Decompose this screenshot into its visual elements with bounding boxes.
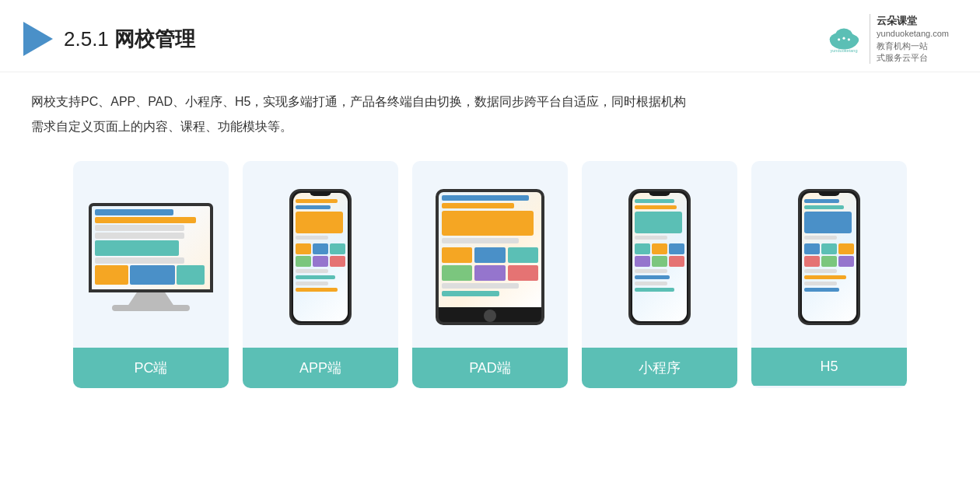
pc-screen <box>92 206 210 289</box>
tablet-home-button <box>484 310 496 322</box>
card-h5-image <box>751 161 907 348</box>
card-pc-label: PC端 <box>73 348 229 388</box>
pc-stand <box>128 292 174 306</box>
card-pad-image <box>412 161 568 348</box>
pc-screen-banner <box>95 240 179 256</box>
pc-col3 <box>177 265 205 285</box>
card-miniprogram-image <box>582 161 737 348</box>
tablet-mockup <box>436 189 544 325</box>
phone-notch-app <box>310 191 331 196</box>
svg-point-3 <box>835 29 852 44</box>
pc-monitor <box>89 203 213 292</box>
phone-notch-h5 <box>818 191 840 196</box>
card-h5-label: H5 <box>751 348 907 386</box>
phone-screen-app <box>293 193 348 321</box>
card-h5: H5 <box>751 161 907 388</box>
logo-triangle-icon <box>23 22 53 56</box>
card-app-image <box>243 161 398 348</box>
card-miniprogram-label: 小程序 <box>582 348 737 388</box>
pc-screen-bar2 <box>95 217 196 223</box>
phone-mockup-mini <box>628 189 691 325</box>
card-pad: PAD端 <box>412 161 568 388</box>
phone-mockup-app <box>289 189 352 325</box>
pc-col2 <box>130 265 175 285</box>
svg-point-5 <box>842 37 845 40</box>
brand-logo: yunduoketang 云朵课堂 yunduoketang.com 教育机构一… <box>824 14 949 64</box>
card-miniprogram: 小程序 <box>582 161 737 388</box>
pc-screen-bar3 <box>95 225 184 231</box>
pc-screen-bar5 <box>95 257 184 264</box>
card-app-label: APP端 <box>243 348 398 388</box>
cloud-logo-icon: yunduoketang <box>824 23 863 54</box>
card-pc-image <box>73 161 229 348</box>
phone-mockup-h5 <box>798 189 860 325</box>
svg-text:yunduoketang: yunduoketang <box>830 48 857 53</box>
phone-screen-mini <box>632 193 687 321</box>
page-title: 2.5.1 网校管理 <box>64 26 195 53</box>
phone-screen-h5 <box>802 193 856 321</box>
header: 2.5.1 网校管理 yunduoketang 云朵课堂 yunduoketan… <box>0 0 980 72</box>
card-app: APP端 <box>243 161 398 388</box>
brand-text: 云朵课堂 yunduoketang.com 教育机构一站 式服务云平台 <box>870 14 949 64</box>
description-block: 网校支持PC、APP、PAD、小程序、H5，实现多端打通，产品各终端自由切换，数… <box>0 72 980 139</box>
pc-screen-bar1 <box>95 209 173 215</box>
description-line1: 网校支持PC、APP、PAD、小程序、H5，实现多端打通，产品各终端自由切换，数… <box>31 89 949 114</box>
pc-mockup <box>85 203 217 311</box>
card-pad-label: PAD端 <box>412 348 568 388</box>
phone-notch-mini <box>649 191 670 196</box>
tablet-screen <box>439 192 541 307</box>
header-right: yunduoketang 云朵课堂 yunduoketang.com 教育机构一… <box>824 14 949 64</box>
description-line2: 需求自定义页面上的内容、课程、功能模块等。 <box>31 114 949 139</box>
svg-point-4 <box>838 38 840 40</box>
header-left: 2.5.1 网校管理 <box>23 22 195 56</box>
svg-point-6 <box>848 38 850 40</box>
platform-cards: PC端 <box>0 139 980 404</box>
pc-screen-bar4 <box>95 233 184 239</box>
pc-col1 <box>95 265 128 285</box>
card-pc: PC端 <box>73 161 229 388</box>
